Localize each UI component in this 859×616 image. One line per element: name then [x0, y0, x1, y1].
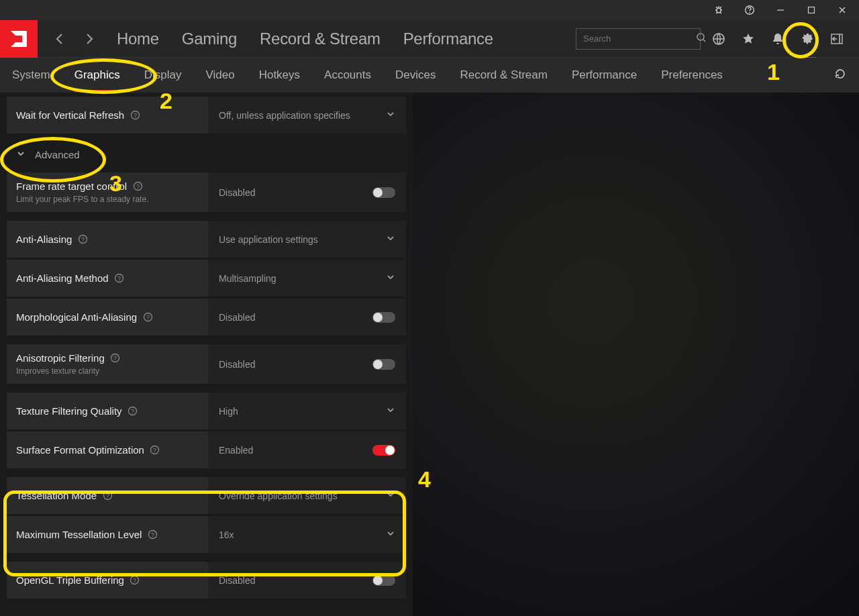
help-top-icon[interactable]: [737, 0, 762, 20]
search-input[interactable]: [583, 34, 696, 44]
svg-text:?: ?: [151, 531, 154, 538]
svg-text:?: ?: [117, 275, 121, 282]
subtab-devices[interactable]: Devices: [395, 68, 436, 82]
af-sub: Improves texture clarity: [16, 366, 199, 376]
advanced-label: Advanced: [35, 149, 80, 160]
frtc-toggle[interactable]: [372, 187, 395, 198]
subtab-display[interactable]: Display: [144, 68, 182, 82]
maa-label: Morphological Anti-Aliasing: [16, 311, 137, 323]
ogl-label: OpenGL Triple Buffering: [16, 574, 124, 586]
sfo-label: Surface Format Optimization: [16, 444, 144, 456]
bug-icon[interactable]: [706, 0, 731, 20]
subtab-accounts[interactable]: Accounts: [324, 68, 371, 82]
help-icon[interactable]: ?: [102, 491, 113, 501]
subtab-performance[interactable]: Performance: [572, 68, 637, 82]
help-icon[interactable]: ?: [77, 234, 88, 245]
tab-home[interactable]: Home: [117, 30, 159, 48]
aam-dropdown[interactable]: Multisampling: [208, 260, 406, 297]
chevron-down-icon: [386, 490, 395, 501]
row-af: Anisotropic Filtering ? Improves texture…: [7, 344, 406, 384]
svg-text:?: ?: [81, 236, 85, 243]
maa-toggle[interactable]: [372, 312, 395, 323]
chevron-down-icon: [386, 109, 395, 121]
advanced-section-toggle[interactable]: Advanced: [7, 136, 406, 172]
frtc-value: Disabled: [219, 187, 255, 198]
svg-rect-3: [809, 7, 815, 13]
maximize-icon[interactable]: [799, 0, 824, 20]
svg-rect-2: [777, 10, 784, 11]
svg-point-4: [697, 34, 704, 40]
svg-point-1: [749, 12, 750, 13]
ogl-value: Disabled: [219, 575, 255, 586]
row-frtc: Frame rate target control ? Limit your p…: [7, 172, 406, 212]
svg-text:?: ?: [153, 447, 156, 454]
help-icon[interactable]: ?: [130, 110, 140, 121]
row-tess: Tessellation Mode ? Override application…: [7, 477, 406, 514]
chevron-down-icon: [16, 149, 26, 160]
maxtess-dropdown[interactable]: 16x: [208, 516, 406, 553]
row-aa: Anti-Aliasing ? Use application settings: [7, 221, 406, 258]
af-value: Disabled: [219, 359, 255, 370]
ogl-toggle[interactable]: [372, 575, 395, 586]
tab-gaming[interactable]: Gaming: [182, 30, 237, 48]
tab-performance[interactable]: Performance: [403, 30, 493, 48]
row-maa: Morphological Anti-Aliasing ? Disabled: [7, 299, 406, 336]
af-toggle[interactable]: [372, 359, 395, 370]
row-sfo: Surface Format Optimization ? Enabled: [7, 431, 406, 468]
row-maxtess: Maximum Tessellation Level ? 16x: [7, 516, 406, 553]
reset-icon[interactable]: [833, 67, 847, 83]
gear-icon[interactable]: [800, 32, 815, 46]
help-icon[interactable]: ?: [128, 406, 138, 417]
sub-tabs: System Graphics Display Video Hotkeys Ac…: [0, 58, 859, 93]
chevron-down-icon: [386, 529, 395, 540]
help-icon[interactable]: ?: [132, 181, 143, 192]
subtab-graphics[interactable]: Graphics: [74, 68, 120, 82]
frtc-label: Frame rate target control: [16, 181, 127, 192]
subtab-video[interactable]: Video: [205, 68, 234, 82]
subtab-system[interactable]: System: [12, 68, 50, 82]
svg-text:?: ?: [133, 577, 136, 584]
help-icon[interactable]: ?: [114, 273, 125, 284]
sfo-value: Enabled: [219, 445, 253, 456]
svg-text:?: ?: [131, 408, 134, 415]
tfq-label: Texture Filtering Quality: [16, 405, 122, 417]
nav-back-icon[interactable]: [52, 32, 67, 46]
star-icon[interactable]: [741, 32, 756, 46]
svg-text:?: ?: [134, 112, 137, 119]
search-box[interactable]: [576, 28, 701, 50]
af-label: Anisotropic Filtering: [16, 352, 105, 364]
aa-dropdown[interactable]: Use application settings: [208, 221, 406, 258]
tfq-dropdown[interactable]: High: [208, 393, 406, 429]
help-icon[interactable]: ?: [150, 445, 160, 456]
vsync-dropdown[interactable]: Off, unless application specifies: [208, 97, 406, 134]
globe-icon[interactable]: [711, 32, 726, 46]
close-icon[interactable]: [829, 0, 855, 20]
tab-record-stream[interactable]: Record & Stream: [260, 30, 381, 48]
nav-forward-icon[interactable]: [82, 32, 97, 46]
subtab-preferences[interactable]: Preferences: [661, 68, 723, 82]
sfo-toggle[interactable]: [372, 445, 395, 456]
row-vsync: Wait for Vertical Refresh ? Off, unless …: [7, 97, 406, 134]
aam-label: Anti-Aliasing Method: [16, 272, 109, 284]
subtab-record[interactable]: Record & Stream: [460, 68, 547, 82]
tess-dropdown[interactable]: Override application settings: [208, 477, 406, 514]
row-aam: Anti-Aliasing Method ? Multisampling: [7, 260, 406, 297]
svg-text:?: ?: [136, 183, 140, 190]
search-icon: [696, 32, 707, 46]
header: Home Gaming Record & Stream Performance: [0, 20, 859, 58]
help-icon[interactable]: ?: [110, 353, 121, 364]
bell-icon[interactable]: [770, 32, 785, 46]
annotation-number-4: 4: [418, 466, 431, 493]
row-ogl: OpenGL Triple Buffering ? Disabled: [7, 562, 406, 599]
aa-label: Anti-Aliasing: [16, 234, 72, 245]
subtab-hotkeys[interactable]: Hotkeys: [259, 68, 300, 82]
help-icon[interactable]: ?: [147, 529, 158, 540]
chevron-down-icon: [386, 234, 395, 245]
help-icon[interactable]: ?: [130, 575, 140, 586]
minimize-icon[interactable]: [768, 0, 793, 20]
help-icon[interactable]: ?: [142, 312, 153, 323]
settings-panel: Wait for Vertical Refresh ? Off, unless …: [0, 93, 413, 605]
frtc-sub: Limit your peak FPS to a steady rate.: [16, 195, 199, 204]
collapse-icon[interactable]: [829, 32, 844, 46]
svg-text:?: ?: [113, 355, 117, 362]
